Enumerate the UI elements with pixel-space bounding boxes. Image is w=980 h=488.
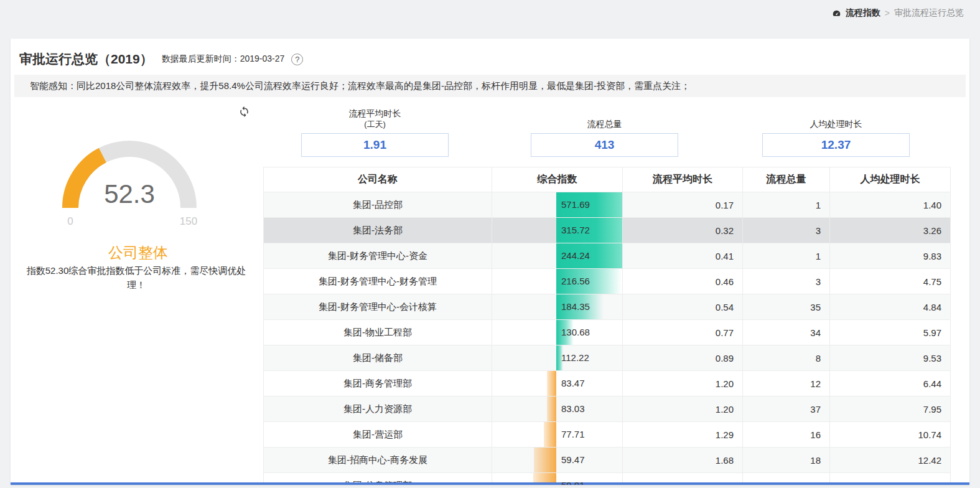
per-capita-duration: 5.97 [830, 320, 951, 345]
index-value: 130.68 [492, 320, 590, 345]
index-cell: 184.35 [492, 294, 623, 320]
index-cell: 315.72 [492, 218, 623, 243]
breadcrumb-separator: > [885, 8, 890, 18]
index-value: 216.56 [492, 269, 590, 294]
avg-duration: 1.68 [623, 448, 743, 473]
breadcrumb-current: 审批流程运行总览 [894, 7, 964, 19]
last-updated: 数据最后更新时间：2019-03-27 [162, 54, 285, 65]
gauge-title: 公司整体 [11, 243, 266, 263]
per-capita-duration: 7.95 [830, 396, 951, 422]
per-capita-duration: 4.84 [830, 294, 951, 320]
index-cell: 77.71 [492, 422, 623, 448]
table-row[interactable]: 集团-品控部571.690.1711.40 [264, 192, 951, 218]
table-row[interactable]: 集团-财务管理中心-会计核算184.350.54354.84 [264, 294, 951, 320]
column-header-total: 流程总量 [743, 167, 830, 192]
kpi-label-text: 人均处理时长 [762, 118, 910, 130]
index-cell: 112.22 [492, 345, 623, 371]
company-index-table: 公司名称 综合指数 流程平均时长 流程总量 人均处理时长 集团-品控部571.6… [263, 167, 951, 485]
total-count: 34 [743, 320, 830, 345]
company-name: 集团-品控部 [264, 192, 492, 218]
table-row[interactable]: 集团-营运部77.711.291610.74 [264, 422, 951, 448]
kpi-label-text: 流程总量 [531, 118, 678, 130]
kpi-avg-duration: 流程平均时长 (工天) 1.91 [301, 106, 449, 157]
kpi-label-text: 流程平均时长 [301, 108, 449, 120]
avg-duration: 0.32 [623, 218, 743, 243]
total-count: 18 [743, 448, 830, 473]
index-cell: 571.69 [492, 192, 623, 218]
table-row[interactable]: 集团-财务管理中心-财务管理216.560.4634.75 [264, 269, 951, 294]
total-count: 12 [743, 371, 830, 396]
page-header: 审批运行总览（2019） 数据最后更新时间：2019-03-27 ? [11, 39, 969, 68]
per-capita-duration: 12.42 [830, 448, 951, 473]
help-icon[interactable]: ? [291, 54, 303, 65]
gauge-icon [832, 9, 841, 18]
company-name: 集团-财务管理中心-资金 [264, 243, 492, 269]
kpi-total-count-value: 413 [531, 133, 678, 157]
main-panel: 审批运行总览（2019） 数据最后更新时间：2019-03-27 ? 智能感知：… [11, 39, 969, 485]
kpi-avg-duration-label: 流程平均时长 (工天) [301, 106, 449, 133]
table-header-row: 公司名称 综合指数 流程平均时长 流程总量 人均处理时长 [264, 167, 951, 192]
kpi-per-capita-value: 12.37 [762, 133, 910, 157]
index-value: 77.71 [492, 422, 585, 447]
gauge-value: 52.3 [104, 179, 155, 209]
index-value: 184.35 [492, 294, 590, 319]
per-capita-duration: 10.74 [830, 422, 951, 448]
refresh-icon[interactable] [238, 106, 250, 120]
avg-duration: 1.20 [623, 396, 743, 422]
kpi-total-count: 流程总量 413 [531, 106, 678, 157]
index-value: 83.47 [492, 371, 585, 396]
company-name: 集团-储备部 [264, 345, 492, 371]
kpi-label-sub: (工天) [301, 119, 449, 130]
column-header-company: 公司名称 [264, 167, 492, 192]
table-row[interactable]: 集团-财务管理中心-资金244.240.4119.83 [264, 243, 951, 269]
avg-duration: 1.20 [623, 371, 743, 396]
index-cell: 130.68 [492, 320, 623, 345]
table-row[interactable]: 集团-物业工程部130.680.77345.97 [264, 320, 951, 345]
kpi-per-capita: 人均处理时长 12.37 [762, 106, 910, 157]
table-row[interactable]: 集团-招商中心-商务发展59.471.681812.42 [264, 448, 951, 473]
avg-duration: 0.17 [623, 192, 743, 218]
gauge-max-label: 150 [180, 215, 197, 227]
avg-duration: 0.54 [623, 294, 743, 320]
index-cell: 83.03 [492, 396, 623, 422]
per-capita-duration: 9.83 [830, 243, 951, 269]
bottom-accent-bar [11, 482, 969, 485]
avg-duration: 0.46 [623, 269, 743, 294]
index-value: 571.69 [492, 192, 590, 217]
total-count: 1 [743, 192, 830, 218]
company-name: 集团-人力资源部 [264, 396, 492, 422]
table-row[interactable]: 集团-商务管理部83.471.20126.44 [264, 371, 951, 396]
total-count: 1 [743, 243, 830, 269]
insight-text: 智能感知：同比2018公司整体流程效率，提升58.4%公司流程效率运行良好；流程… [30, 80, 690, 92]
company-name: 集团-招商中心-商务发展 [264, 448, 492, 473]
table-row[interactable]: 集团-储备部112.220.8989.53 [264, 345, 951, 371]
gauge-description: 指数52.30综合审批指数低于公司标准，需尽快调优处理！ [21, 264, 252, 292]
per-capita-duration: 1.40 [830, 192, 951, 218]
total-count: 16 [743, 422, 830, 448]
index-value: 112.22 [492, 345, 589, 370]
column-header-per-capita: 人均处理时长 [830, 167, 951, 192]
per-capita-duration: 6.44 [830, 371, 951, 396]
total-count: 8 [743, 345, 830, 371]
index-value: 59.01 [492, 473, 585, 485]
table-row[interactable]: 集团-人力资源部83.031.20377.95 [264, 396, 951, 422]
index-cell: 244.24 [492, 243, 623, 269]
breadcrumb: 流程指数 > 审批流程运行总览 [832, 7, 964, 19]
index-value: 59.47 [492, 448, 585, 472]
company-name: 集团-营运部 [264, 422, 492, 448]
breadcrumb-section[interactable]: 流程指数 [846, 7, 880, 19]
avg-duration: 0.77 [623, 320, 743, 345]
company-name: 集团-物业工程部 [264, 320, 492, 345]
kpi-total-count-label: 流程总量 [531, 106, 678, 133]
per-capita-duration: 3.26 [830, 218, 951, 243]
kpi-per-capita-label: 人均处理时长 [762, 106, 910, 133]
per-capita-duration: 9.53 [830, 345, 951, 371]
column-header-index: 综合指数 [492, 167, 623, 192]
index-value: 244.24 [492, 243, 590, 268]
table-row[interactable]: 集团-法务部315.720.3233.26 [264, 218, 951, 243]
company-name: 集团-法务部 [264, 218, 492, 243]
avg-duration: 0.41 [623, 243, 743, 269]
company-name: 集团-商务管理部 [264, 371, 492, 396]
avg-duration: 1.29 [623, 422, 743, 448]
total-count: 37 [743, 396, 830, 422]
